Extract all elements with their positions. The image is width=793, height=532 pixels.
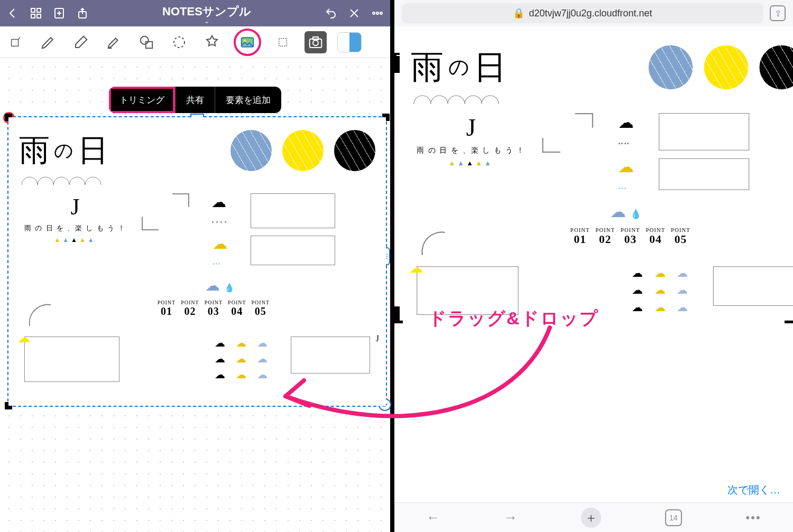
svg-point-12 [376, 12, 379, 14]
cloud-black-icon: ☁︎༚༚༚༚ [211, 193, 228, 228]
lock-icon: 🔒 [513, 7, 524, 19]
goodnotes-header: NOTESサンプル ⌄ [0, 0, 390, 26]
more-icon[interactable] [370, 6, 385, 21]
cloud-yellow-icon: ☁︎༚༚༚ [213, 235, 227, 269]
svg-point-11 [373, 12, 375, 14]
title-kanji: 雨 [19, 130, 52, 171]
highlighter-tool-icon[interactable] [103, 31, 125, 53]
frame-j-sticker: J [291, 337, 370, 374]
safari-urlbar[interactable]: 🔒 d20tvjw7jj0u2g.cloudfront.net [402, 3, 763, 23]
undo-icon[interactable] [324, 6, 338, 21]
context-add-element-button[interactable]: 要素を追加 [215, 87, 281, 113]
safari-app: 🔒 d20tvjw7jj0u2g.cloudfront.net ⇪ 雨 の 日 [394, 0, 793, 532]
svg-rect-24 [313, 37, 318, 40]
sticker-circle-blue [230, 130, 272, 171]
cloud-corner-icon: ☁︎ [17, 331, 30, 346]
safari-back-icon[interactable]: ← [426, 509, 440, 526]
weather-column: ☁︎༚༚༚༚ ☁︎༚༚༚ ☁︎ 💧 [205, 193, 235, 294]
svg-point-23 [313, 40, 318, 45]
thumbnails-icon[interactable] [29, 6, 43, 21]
eraser-tool-icon[interactable] [70, 31, 92, 53]
svg-point-18 [174, 37, 185, 48]
arcs-decoration-icon [19, 174, 109, 186]
template-tool-icon[interactable] [337, 32, 362, 52]
svg-rect-17 [146, 41, 153, 48]
context-share-button[interactable]: 共有 [175, 87, 215, 113]
safari-tabs-icon[interactable]: 14 [665, 509, 682, 526]
pen-tool-icon[interactable] [37, 31, 59, 53]
share-icon[interactable] [75, 6, 90, 21]
svg-rect-14 [12, 39, 19, 46]
goodnotes-toolbar [0, 26, 390, 58]
goodnotes-app: NOTESサンプル ⌄ トリミング 共有 要素を追加 ✕ [0, 0, 394, 532]
add-page-icon[interactable] [52, 6, 67, 21]
shape-tool-icon[interactable] [135, 31, 158, 53]
arc-sticker-icon [24, 300, 56, 331]
text-tool-icon[interactable] [272, 31, 294, 53]
safari-url-text: d20tvjw7jj0u2g.cloudfront.net [529, 8, 652, 19]
sticker-sheet: 雨 の 日 J 雨 の 日 を 、楽 し も う ！ [8, 117, 386, 406]
svg-rect-2 [31, 14, 35, 18]
sticker-tool-icon[interactable] [201, 31, 223, 53]
safari-more-icon[interactable]: ••• [746, 511, 761, 525]
camera-tool-icon[interactable] [305, 31, 327, 53]
umbrella-letter: J [24, 193, 126, 220]
svg-point-16 [141, 36, 149, 44]
frame-j-letter: J [376, 334, 379, 343]
title-kanji: 日 [78, 130, 110, 171]
cloud-blue-icon: ☁︎ 💧 [205, 277, 235, 294]
points-sticker: POINT01 POINT02 POINT03 POINT04 POINT05 [158, 300, 270, 318]
svg-rect-3 [37, 14, 41, 18]
frame-sticker [251, 236, 335, 265]
cloud-frame-sticker: ☁︎ [24, 337, 119, 382]
note-canvas[interactable]: トリミング 共有 要素を追加 ✕ ⟳ 雨 の 日 [0, 58, 390, 532]
safari-header: 🔒 d20tvjw7jj0u2g.cloudfront.net ⇪ [394, 0, 793, 26]
safari-content[interactable]: 雨 の 日 J 雨 の 日 を 、楽 し も う ！ ▲▲▲▲▲ ☁︎༚༚ [394, 26, 793, 502]
document-title-text: NOTESサンプル [162, 5, 251, 18]
lasso-tool-icon[interactable] [168, 31, 190, 53]
close-edit-icon[interactable] [347, 6, 362, 21]
drops-icon: ▲▲▲▲▲ [24, 236, 126, 244]
sticker-circle-black [334, 130, 375, 171]
chevron-down-icon: ⌄ [98, 20, 315, 23]
image-selection[interactable]: ✕ ⟳ 雨 の 日 [7, 116, 387, 407]
sheet-title: 雨 の 日 [19, 130, 110, 188]
back-icon[interactable] [5, 6, 20, 21]
readonly-tool-icon[interactable] [4, 31, 26, 53]
safari-newtab-icon[interactable]: ＋ [581, 508, 601, 528]
svg-rect-21 [279, 38, 287, 46]
document-title[interactable]: NOTESサンプル ⌄ [98, 4, 315, 23]
sticker-sheet-source: 雨 の 日 J 雨 の 日 を 、楽 し も う ！ ▲▲▲▲▲ ☁︎༚༚ [400, 32, 793, 321]
safari-forward-icon[interactable]: → [504, 509, 518, 526]
context-menu: トリミング 共有 要素を追加 [109, 87, 281, 113]
svg-point-13 [380, 12, 382, 14]
corner-frame-sticker [142, 193, 189, 230]
annotation-label: ドラッグ&ドロップ [428, 306, 599, 331]
image-tool-icon[interactable] [234, 29, 261, 56]
sticker-circle-yellow [282, 130, 324, 171]
safari-toolbar: ← → ＋ 14 ••• [394, 502, 793, 532]
context-trim-button[interactable]: トリミング [109, 87, 175, 113]
cloud-grid-sticker: ☁︎☁︎☁︎ ☁︎☁︎☁︎ ☁︎☁︎☁︎ [215, 337, 275, 381]
frame-sticker [251, 193, 335, 228]
open-with-link[interactable]: 次で開く… [727, 483, 780, 497]
safari-share-icon[interactable]: ⇪ [770, 5, 786, 21]
svg-rect-1 [37, 8, 41, 12]
title-no: の [54, 138, 76, 164]
umbrella-sticker: J 雨 の 日 を 、楽 し も う ！ ▲▲▲▲▲ [24, 193, 126, 244]
umbrella-tagline: 雨 の 日 を 、楽 し も う ！ [24, 223, 126, 233]
svg-rect-0 [31, 8, 35, 12]
